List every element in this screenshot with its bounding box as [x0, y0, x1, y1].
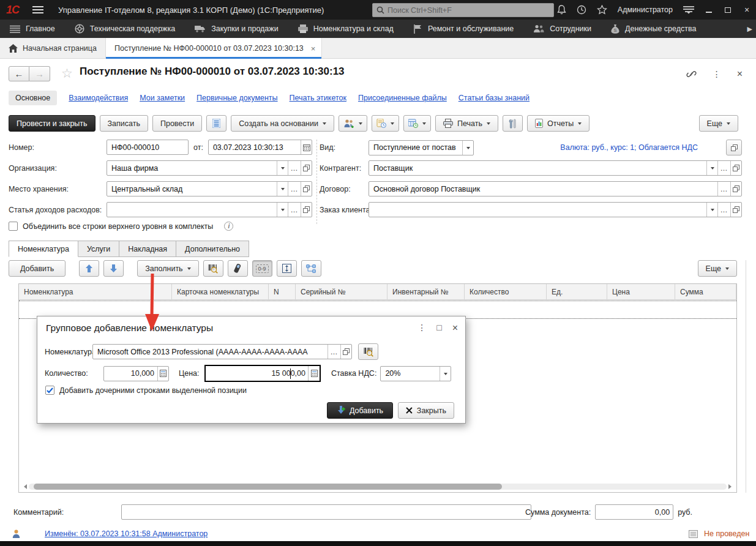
menu-item-money[interactable]: S Денежные средства — [611, 24, 696, 34]
document-schedule-button[interactable] — [372, 115, 399, 132]
close-form-icon[interactable]: × — [737, 69, 743, 80]
scrollbar-thumb[interactable] — [34, 484, 502, 490]
maximize-button[interactable] — [724, 0, 732, 20]
navlink-attached-files[interactable]: Присоединенные файлы — [358, 94, 447, 102]
tab-close-icon[interactable]: × — [311, 44, 316, 53]
create-based-on-button[interactable]: Создать на основании — [231, 115, 334, 132]
navlink-interactions[interactable]: Взаимодействия — [69, 94, 128, 102]
dialog-add-button[interactable]: Добавить — [327, 402, 393, 419]
warehouse-field[interactable]: Центральный склад … — [107, 181, 312, 196]
menu-item-stock[interactable]: Номенклатура и склад — [298, 24, 394, 34]
client-order-field[interactable]: … — [369, 202, 742, 217]
col-serial[interactable]: Серийный № — [296, 284, 387, 299]
print-button[interactable]: Печать — [435, 115, 498, 132]
post-and-close-button[interactable]: Провести и закрыть — [9, 115, 95, 132]
expense-item-field[interactable]: … — [107, 202, 312, 217]
save-button[interactable]: Записать — [100, 115, 148, 132]
history-icon[interactable] — [577, 5, 586, 15]
forward-button[interactable]: → — [29, 66, 50, 81]
combine-rows-checkbox[interactable] — [9, 222, 18, 231]
col-sum[interactable]: Сумма — [675, 284, 736, 299]
tab-additional[interactable]: Дополнительно — [176, 241, 249, 257]
scanner-button[interactable] — [228, 260, 248, 277]
barcode-search-button[interactable] — [203, 260, 223, 277]
dialog-maximize-icon[interactable]: □ — [436, 323, 441, 334]
dropdown-icon[interactable] — [277, 182, 288, 196]
back-button[interactable]: ← — [9, 66, 29, 81]
choose-icon[interactable]: … — [288, 182, 301, 196]
contract-field[interactable]: Основной договор Поставщик … — [369, 181, 742, 196]
post-button[interactable]: Провести — [152, 115, 202, 132]
dialog-close-button[interactable]: Закрыть — [398, 402, 454, 419]
open-icon[interactable] — [301, 161, 312, 175]
table-schedule-button[interactable] — [403, 115, 431, 132]
navlink-primary-docs[interactable]: Первичные документы — [196, 94, 277, 102]
dialog-item-field[interactable]: Microsoft Office 2013 Professional (AAAA… — [92, 344, 352, 359]
scroll-right-icon[interactable] — [728, 484, 734, 489]
open-icon[interactable] — [301, 182, 312, 196]
dropdown-icon[interactable] — [462, 141, 473, 155]
get-link-icon[interactable] — [686, 70, 697, 78]
more-button[interactable]: Еще — [699, 115, 738, 132]
choose-icon[interactable]: … — [717, 161, 730, 175]
dialog-barcode-button[interactable] — [358, 343, 378, 360]
kind-field[interactable]: Поступление от постав — [369, 140, 474, 155]
assign-responsible-button[interactable] — [339, 115, 367, 132]
dropdown-icon[interactable] — [277, 161, 288, 175]
calculator-icon[interactable] — [308, 366, 320, 381]
row-height-button[interactable] — [277, 260, 297, 277]
contractor-field[interactable]: Поставщик … — [369, 160, 742, 176]
calculator-icon[interactable] — [157, 367, 168, 381]
minimize-button[interactable] — [705, 0, 713, 20]
currency-open-icon[interactable] — [726, 140, 742, 155]
current-user[interactable]: Администратор — [618, 6, 673, 14]
hierarchy-button[interactable] — [301, 260, 321, 277]
modified-link[interactable]: Изменён: 03.07.2023 10:31:58 Администрат… — [45, 529, 208, 538]
navlink-labels-print[interactable]: Печать этикеток — [290, 94, 346, 102]
open-icon[interactable] — [730, 182, 741, 196]
dropdown-icon[interactable] — [706, 203, 717, 217]
menu-item-purchases[interactable]: Закупки и продажи — [195, 24, 279, 33]
col-n[interactable]: N — [269, 284, 296, 299]
main-menu-icon[interactable] — [32, 6, 43, 14]
col-quantity[interactable]: Количество — [465, 284, 547, 299]
open-icon[interactable] — [301, 203, 312, 217]
scrollbar-track[interactable] — [29, 484, 727, 490]
tab-services[interactable]: Услуги — [78, 241, 119, 257]
auto-numbering-button[interactable]: 0-9 — [252, 260, 272, 277]
menu-item-repair[interactable]: Ремонт и обслуживание — [413, 24, 514, 34]
dialog-child-rows-checkbox[interactable] — [45, 386, 54, 395]
service-settings-button[interactable] — [503, 115, 523, 132]
dialog-price-field-focused[interactable]: 15 000,00 — [204, 365, 321, 382]
choose-icon[interactable]: … — [717, 182, 730, 196]
col-card[interactable]: Карточка номенклатуры — [172, 284, 269, 299]
table-more-button[interactable]: Еще — [698, 260, 737, 277]
navlink-notes[interactable]: Мои заметки — [140, 94, 185, 102]
favorite-star-icon[interactable]: ☆ — [61, 66, 73, 81]
tab-document[interactable]: Поступление № НФ00-000010 от 03.07.2023 … — [106, 38, 322, 59]
choose-icon[interactable]: … — [288, 203, 301, 217]
open-icon[interactable] — [340, 345, 351, 359]
dropdown-icon[interactable] — [277, 203, 288, 217]
menu-item-support[interactable]: Техническая поддержка — [75, 24, 175, 34]
dialog-vat-field[interactable]: 20% — [380, 366, 451, 381]
favorites-star-icon[interactable] — [597, 5, 607, 15]
organization-field[interactable]: Наша фирма … — [107, 160, 312, 176]
tab-home[interactable]: Начальная страница — [0, 38, 106, 59]
col-unit[interactable]: Ед. — [547, 284, 607, 299]
reports-button[interactable]: Отчеты — [527, 115, 589, 132]
dropdown-icon[interactable] — [706, 161, 717, 175]
move-up-button[interactable] — [79, 260, 99, 277]
tab-nomenclature[interactable]: Номенклатура — [9, 241, 78, 257]
more-menu-icon[interactable]: ⋮ — [713, 69, 721, 79]
scroll-left-icon[interactable] — [21, 484, 27, 489]
choose-icon[interactable]: … — [327, 345, 340, 359]
menu-item-main[interactable]: Главное — [10, 24, 55, 33]
horizontal-scrollbar[interactable] — [21, 483, 734, 490]
menu-overflow-icon[interactable]: ▶ — [747, 25, 752, 33]
structure-button[interactable] — [206, 115, 226, 132]
notifications-bell-icon[interactable] — [557, 5, 566, 15]
date-field[interactable]: 03.07.2023 10:30:13 — [208, 140, 312, 155]
col-inventory[interactable]: Инвентарный № — [387, 284, 465, 299]
service-menu-icon[interactable] — [683, 6, 694, 14]
